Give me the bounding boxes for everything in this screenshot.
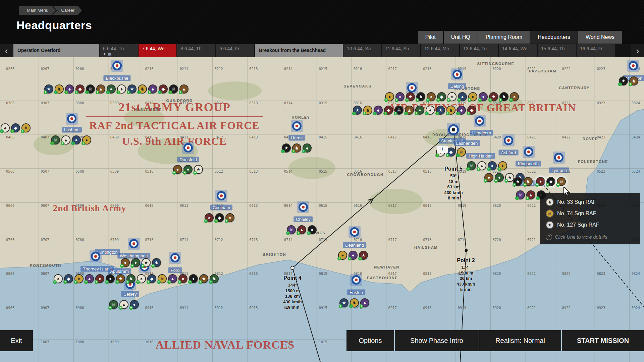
airfield-roundel-manston[interactable] [627,60,639,72]
squadron-badge[interactable]: ★+ [339,298,348,307]
squadron-badge[interactable]: ♠+ [360,298,369,307]
squadron-badge[interactable]: ♞+ [210,274,219,283]
airfield-roundel-friston[interactable] [350,274,362,286]
squadron-badge[interactable]: ♞+ [152,258,161,267]
squadron-badge[interactable]: ♦+ [117,84,126,94]
timeline-next-button[interactable]: › [631,44,644,57]
airfield-roundel-ford[interactable] [169,252,181,264]
squadron-badge[interactable]: ♞+ [55,84,64,94]
timeline-prev-button[interactable]: ‹ [0,44,13,57]
squadron-badge[interactable]: ☠+ [287,225,296,234]
squadron-badge[interactable]: ♠+ [427,92,436,101]
squadron-badge[interactable]: ♠+ [536,177,545,186]
squadron-badge[interactable]: ●+ [415,106,424,115]
squadron-badge[interactable]: ◆+ [546,177,555,186]
squadron-badge[interactable]: ♦+ [348,251,358,260]
squadron-badge[interactable]: ♞+ [446,106,455,115]
squadron-badge[interactable]: ♦+ [82,135,91,144]
squadron-badge[interactable]: ★+ [406,92,415,101]
squadron-badge[interactable]: ♞+ [499,92,508,101]
squadron-badge[interactable]: ●+ [385,92,394,101]
timeline-date-item[interactable]: 12.6.44, Mo [421,44,459,57]
airfield-roundel-headcorn[interactable] [474,115,486,127]
squadron-badge[interactable]: ▲+ [526,190,535,199]
squadron-badge[interactable]: ▲+ [297,225,306,234]
squadron-badge[interactable]: ●+ [130,300,139,309]
squadron-badge[interactable]: ●+ [488,161,497,170]
tab-headquarters[interactable]: Headquarters [530,31,578,44]
squadron-badge[interactable]: ★+ [116,274,125,283]
tooltip-unit-item[interactable]: ♞No. 33 Sqn RAF [546,198,634,206]
timeline-phase-item[interactable]: Breakout from the Beachhead [255,44,343,57]
timeline-phase-item[interactable]: Operation Overlord [13,44,99,57]
tooltip-unit-item[interactable]: ★No. 127 Sqn RAF [546,221,634,229]
airfield-roundel-lympne[interactable] [553,152,565,164]
squadron-badge[interactable]: ♦+ [183,165,193,174]
squadron-badge[interactable]: ★+ [489,92,498,101]
squadron-badge[interactable]: ★+ [436,106,445,115]
strategic-map[interactable]: 0206020702080209021002110212021302140215… [0,57,644,362]
squadron-badge[interactable]: ●+ [173,165,182,174]
squadron-badge[interactable]: ▲+ [96,84,105,94]
squadron-badge[interactable]: ☠+ [394,106,404,115]
squadron-badge[interactable]: ◆+ [467,106,476,115]
airfield-roundel-thorney-island[interactable] [90,250,102,262]
squadron-badge[interactable]: ★+ [127,84,137,94]
squadron-badge[interactable]: ☠+ [467,161,476,170]
squadron-badge[interactable]: ★+ [282,143,291,153]
squadron-badge[interactable]: ☠+ [21,123,31,132]
squadron-badge[interactable]: ▲+ [405,106,414,115]
timeline-date-item[interactable]: 10.6.44, Sa [343,44,381,57]
squadron-badge[interactable]: ♞+ [292,143,301,153]
squadron-badge[interactable]: ♦+ [479,92,488,101]
squadron-badge[interactable]: ♠+ [303,143,312,153]
timeline-date-item[interactable]: 14.6.44, We [499,44,537,57]
airfield-roundel-dunsfold[interactable] [182,142,194,154]
squadron-badge[interactable]: ♠+ [457,106,466,115]
squadron-badge[interactable]: ●+ [95,274,104,283]
squadron-badge[interactable]: ♞+ [126,274,136,283]
aircraft-icon[interactable]: ✈ [437,145,448,153]
squadron-badge[interactable]: ♞+ [363,106,372,115]
squadron-badge[interactable]: ♠+ [374,106,383,115]
start-mission-button[interactable]: START MISSION [562,330,644,351]
timeline-date-item[interactable]: 15.6.44, Th [538,44,576,57]
airfield-roundel-deanland[interactable] [348,226,361,238]
tab-world-news[interactable]: World News [578,31,622,44]
airfield-roundel-detling[interactable] [451,68,463,80]
timeline-date-item[interactable]: 9.6.44, Fr [216,44,254,57]
timeline-date-item[interactable]: 8.6.44, Th [177,44,215,57]
squadron-badge[interactable]: ★+ [199,274,208,283]
tooltip-unit-item[interactable]: ☠No. 74 Sqn RAF [546,209,634,218]
airfield-roundel-coolham[interactable] [215,190,227,202]
squadron-badge[interactable]: ♞+ [350,298,359,307]
exit-button[interactable]: Exit [0,330,33,351]
timeline-date-item[interactable]: 11.6.44, Su [382,44,420,57]
airfield-roundel-blackbushe[interactable] [111,60,123,72]
squadron-badge[interactable]: ◆+ [64,274,73,283]
squadron-badge[interactable]: ★+ [359,251,368,260]
squadron-badge[interactable]: ◆+ [215,213,224,222]
squadron-badge[interactable]: ♞+ [416,92,425,101]
squadron-badge[interactable]: ♠+ [148,84,157,94]
airfield-roundel-lasham[interactable] [66,113,78,125]
squadron-badge[interactable]: ▲+ [179,84,189,94]
breadcrumb-career[interactable]: Career [53,6,82,15]
squadron-badge[interactable]: ☠+ [447,92,457,101]
squadron-badge[interactable]: ★+ [142,258,151,267]
realism-button[interactable]: Realism: Normal [479,330,561,351]
squadron-badge[interactable]: ◆+ [75,84,85,94]
mission-start-marker[interactable] [447,123,460,136]
squadron-badge[interactable]: ♞+ [629,76,638,85]
squadron-badge[interactable]: ◆+ [159,84,168,94]
squadron-badge[interactable]: ♠+ [205,213,214,222]
airfield-roundel-horne[interactable] [291,120,303,132]
timeline-date-item[interactable]: 13.6.44, Tu [460,44,498,57]
squadron-badge[interactable]: ★+ [513,177,522,186]
waypoint-dot-point2[interactable] [465,249,468,252]
squadron-badge[interactable]: ♠+ [65,84,74,94]
squadron-badge[interactable]: ♦+ [189,274,198,283]
waypoint-dot-point4[interactable] [291,266,294,269]
squadron-badge[interactable]: ♞+ [524,177,533,186]
squadron-badge[interactable]: ▲+ [61,135,70,144]
